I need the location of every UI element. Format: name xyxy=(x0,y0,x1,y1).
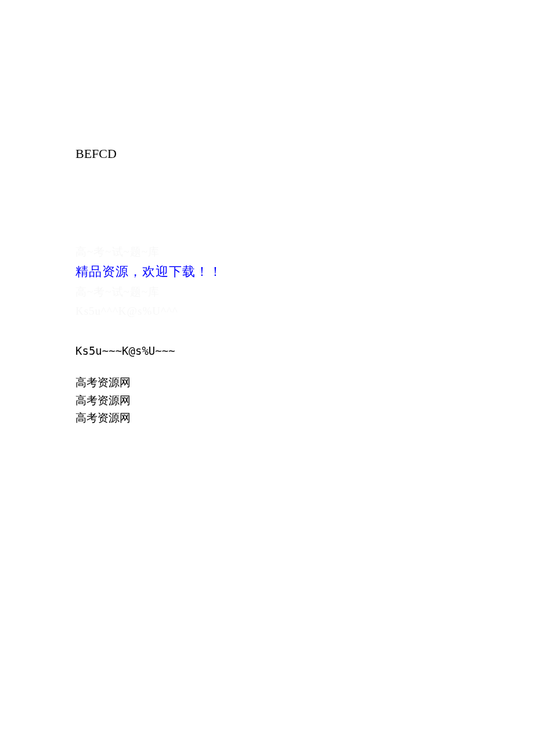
faint-group: 高~考~试~题~库 Ks5u^^^K@s%U^^^ xyxy=(75,285,459,319)
faint-text-1: 高~考~试~题~库 xyxy=(75,244,459,260)
code-text: BEFCD xyxy=(75,145,459,163)
welcome-text: 精品资源，欢迎下载！！ xyxy=(75,263,459,281)
document-page: BEFCD 高~考~试~题~库 精品资源，欢迎下载！！ 高~考~试~题~库 Ks… xyxy=(0,0,534,426)
code-string: Ks5u~~~K@s%U~~~ xyxy=(75,343,459,359)
faint-text-3: Ks5u^^^K@s%U^^^ xyxy=(75,304,459,319)
repeat-text-1: 高考资源网 xyxy=(75,375,459,391)
repeat-text-2: 高考资源网 xyxy=(75,393,459,409)
repeat-text-3: 高考资源网 xyxy=(75,411,459,426)
faint-text-2: 高~考~试~题~库 xyxy=(75,285,459,300)
